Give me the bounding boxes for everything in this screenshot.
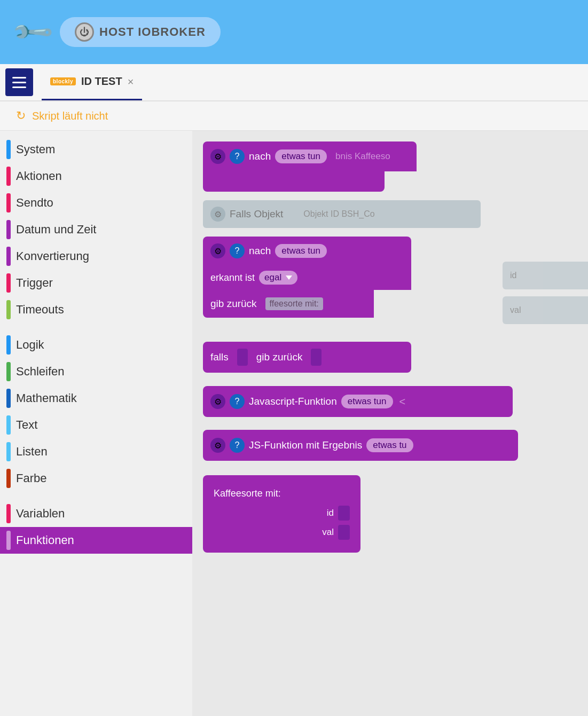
block-js-funktion-ergebnis[interactable]: ⚙ ? JS-Funktion mit Ergebnis etwas tu	[203, 430, 518, 461]
status-text: Skript läuft nicht	[32, 110, 108, 122]
js-func-suffix: <	[399, 396, 406, 408]
sidebar-label-text: Text	[16, 418, 37, 432]
sidebar-item-konvertierung[interactable]: Konvertierung	[0, 243, 192, 270]
puzzle-notch-right-1	[311, 349, 322, 366]
sidebar-label-mathematik: Mathematik	[16, 391, 77, 405]
sidebar-dot-system	[6, 140, 11, 159]
gear-icon-js[interactable]: ⚙	[210, 394, 225, 409]
sidebar-label-datum: Datum und Zeit	[16, 223, 96, 237]
tab-close-button[interactable]: ×	[128, 76, 134, 87]
js-func-pill[interactable]: etwas tun	[341, 395, 393, 408]
sidebar-label-funktionen: Funktionen	[16, 533, 74, 547]
sidebar-label-logik: Logik	[16, 338, 44, 352]
gear-icon-2[interactable]: ⚙	[210, 243, 225, 258]
block-falls-objekt[interactable]: ⚙ Falls Objekt Objekt ID BSH_Co	[203, 200, 481, 228]
status-bar: ↻ Skript läuft nicht	[0, 101, 588, 131]
sidebar-dot-logik	[6, 335, 11, 355]
block-kaffeesorte-mit[interactable]: Kaffeesorte mit: id val	[203, 475, 360, 553]
sidebar-label-variablen: Variablen	[16, 507, 65, 521]
question-icon-js-ergebnis[interactable]: ?	[230, 438, 245, 453]
block-falls-gib-zurueck[interactable]: falls gib zurück	[203, 342, 411, 373]
tab-title: ID TEST	[81, 75, 122, 88]
sidebar-dot-trigger	[6, 273, 11, 293]
question-icon-1[interactable]: ?	[230, 149, 245, 164]
host-button[interactable]: ⏻ HOST IOBROKER	[60, 17, 221, 47]
sidebar-label-aktionen: Aktionen	[16, 169, 62, 183]
block-gib-label: gib zurück	[210, 298, 257, 310]
sidebar-item-text[interactable]: Text	[0, 412, 192, 438]
hamburger-line-3	[12, 86, 26, 88]
question-icon-js[interactable]: ?	[230, 394, 245, 409]
sidebar-dot-schleifen	[6, 362, 11, 381]
block-bg-id: id	[503, 262, 588, 289]
sidebar-item-logik[interactable]: Logik	[0, 332, 192, 358]
question-icon-2[interactable]: ?	[230, 243, 245, 258]
kaffeesorte-id: id	[327, 508, 334, 518]
sidebar-item-system[interactable]: System	[0, 136, 192, 163]
sidebar-label-farbe: Farbe	[16, 471, 46, 485]
dropdown-arrow-icon	[286, 276, 292, 280]
wrench-icon: 🔧	[10, 10, 56, 55]
sidebar-item-farbe[interactable]: Farbe	[0, 465, 192, 492]
sidebar-label-listen: Listen	[16, 445, 48, 459]
sidebar-dot-farbe	[6, 469, 11, 488]
block-kaffee-inline: ffeesorte mit:	[265, 297, 323, 310]
sidebar-dot-timeouts	[6, 300, 11, 319]
canvas-area[interactable]: ⚙ ? nach etwas tun bnis Kaffeeso ⚙ Falls…	[192, 131, 588, 716]
sidebar-dot-aktionen	[6, 167, 11, 186]
sidebar-item-mathematik[interactable]: Mathematik	[0, 385, 192, 412]
sidebar-dot-mathematik	[6, 389, 11, 408]
sidebar-item-trigger[interactable]: Trigger	[0, 270, 192, 296]
sidebar-label-konvertierung: Konvertierung	[16, 249, 89, 263]
sidebar-label-trigger: Trigger	[16, 276, 53, 290]
main-content: System Aktionen Sendto Datum und Zeit Ko…	[0, 131, 588, 716]
sidebar-label-sendto: Sendto	[16, 196, 53, 210]
sidebar-dot-sendto	[6, 193, 11, 213]
puzzle-notch-right-kaffee-id	[338, 506, 350, 521]
sidebar-label-schleifen: Schleifen	[16, 365, 65, 379]
host-power-icon: ⏻	[75, 22, 94, 42]
block-bg-val: val	[503, 296, 588, 324]
sidebar-item-aktionen[interactable]: Aktionen	[0, 163, 192, 190]
gear-icon-js-ergebnis[interactable]: ⚙	[210, 438, 225, 453]
block-javascript-funktion[interactable]: ⚙ ? Javascript-Funktion etwas tun <	[203, 386, 513, 417]
block-egal-pill[interactable]: egal	[259, 271, 297, 285]
bg-val-label: val	[510, 305, 521, 315]
sidebar-item-datum-und-zeit[interactable]: Datum und Zeit	[0, 216, 192, 243]
refresh-icon[interactable]: ↻	[16, 109, 26, 123]
sidebar-dot-listen	[6, 442, 11, 461]
block-falls-suffix: Objekt ID BSH_Co	[303, 209, 374, 219]
block1-suffix: bnis Kaffeeso	[335, 151, 390, 162]
tab-blockly-badge: blockly	[50, 77, 76, 85]
sidebar-dot-funktionen	[6, 531, 11, 550]
tab-id-test[interactable]: blockly ID TEST ×	[42, 64, 142, 100]
puzzle-notch-left-1	[237, 349, 248, 366]
bg-id-label: id	[510, 271, 516, 280]
sidebar-item-sendto[interactable]: Sendto	[0, 190, 192, 216]
block-falls-label: Falls Objekt	[230, 208, 283, 220]
hamburger-line-1	[12, 77, 26, 78]
kaffeesorte-title: Kaffeesorte mit:	[214, 488, 350, 499]
gib-zurueck-label: gib zurück	[256, 351, 303, 363]
sidebar-item-schleifen[interactable]: Schleifen	[0, 358, 192, 385]
sidebar-item-variablen[interactable]: Variablen	[0, 500, 192, 527]
puzzle-notch-right-kaffee-val	[338, 525, 350, 540]
block1-pill[interactable]: etwas tun	[275, 150, 327, 163]
js-ergebnis-pill[interactable]: etwas tu	[366, 438, 413, 452]
sidebar: System Aktionen Sendto Datum und Zeit Ko…	[0, 131, 192, 716]
sidebar-label-system: System	[16, 143, 55, 156]
gear-icon-1[interactable]: ⚙	[210, 149, 225, 164]
hamburger-menu-button[interactable]	[5, 68, 33, 96]
js-func-label: Javascript-Funktion	[249, 396, 337, 407]
block-nach-etwas-tun-2[interactable]: ⚙ ? nach etwas tun erkannt ist egal gib …	[203, 237, 411, 318]
block-nach-etwas-tun-1[interactable]: ⚙ ? nach etwas tun bnis Kaffeeso	[203, 141, 417, 192]
sidebar-item-listen[interactable]: Listen	[0, 438, 192, 465]
sidebar-dot-datum	[6, 220, 11, 239]
hamburger-line-2	[12, 82, 26, 83]
gear-icon-falls: ⚙	[210, 207, 225, 222]
block2-pill[interactable]: etwas tun	[275, 244, 327, 258]
sidebar-item-funktionen[interactable]: Funktionen	[0, 527, 192, 554]
sidebar-item-timeouts[interactable]: Timeouts	[0, 296, 192, 323]
falls-label: falls	[210, 351, 229, 363]
tab-bar: blockly ID TEST ×	[0, 64, 588, 101]
